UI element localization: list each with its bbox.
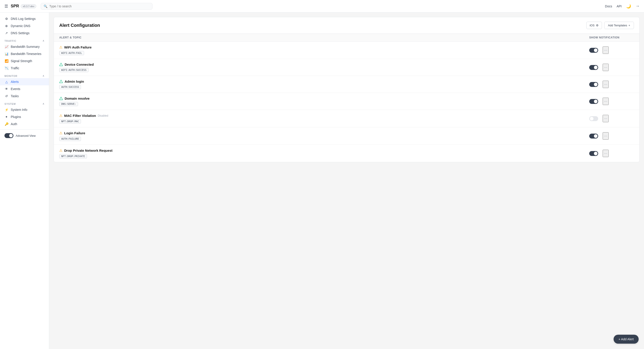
alert-more-button[interactable]: ··· — [603, 64, 609, 71]
alert-toggle-wifi-auth-failure[interactable] — [589, 48, 598, 53]
alert-toggle-device-connected[interactable] — [589, 65, 598, 70]
alert-name: Admin login — [64, 79, 84, 83]
sidebar-section-system: SYSTEM ∧ — [0, 100, 49, 106]
sidebar-section-monitor: MONITOR ∧ — [0, 72, 49, 78]
dns-log-settings-icon: ⚙ — [4, 17, 8, 20]
alert-title-row: ⚠ Login Failure — [59, 131, 589, 135]
col-alert-header: Alert & Topic — [59, 36, 589, 39]
alert-info: ⚠ MAC Filter Violation Disabled NFT:DROP… — [59, 113, 589, 124]
sidebar: ⚙ DNS Log Settings ⊕ Dynamic DNS ↗ DNS S… — [0, 12, 49, 349]
sidebar-item-bandwidth-timeseries[interactable]: 📊 Bandwidth Timeseries — [0, 50, 49, 57]
alert-row: Admin login AUTH:SUCCESS ··· — [54, 76, 639, 93]
traffic-section-label: TRAFFIC — [4, 39, 16, 42]
alert-toggle-admin-login[interactable] — [589, 82, 598, 87]
success-icon — [59, 97, 63, 100]
success-icon — [59, 80, 63, 83]
alert-name: WiFi Auth Failure — [64, 45, 92, 49]
app-body: ⚙ DNS Log Settings ⊕ Dynamic DNS ↗ DNS S… — [0, 12, 644, 349]
alert-toggle-mac-filter-violation[interactable] — [589, 116, 598, 121]
alert-config-panel: Alert Configuration iOS ⚙ Add Templates … — [54, 17, 640, 162]
warning-icon: ⚠ — [59, 113, 62, 118]
app-logo: SPR — [11, 4, 19, 8]
hamburger-menu[interactable]: ☰ — [4, 4, 8, 9]
docs-link[interactable]: Docs — [605, 4, 612, 8]
add-alert-button[interactable]: + Add Alert — [614, 335, 639, 344]
sidebar-item-traffic[interactable]: 📉 Traffic — [0, 64, 49, 72]
sidebar-item-system-info[interactable]: ⚡ System Info — [0, 106, 49, 113]
alert-more-button[interactable]: ··· — [603, 98, 609, 105]
alerts-list: ⚠ WiFi Auth Failure WIFI:AUTH:FAIL ··· D… — [54, 41, 639, 162]
sidebar-label-system-info: System Info — [11, 108, 27, 111]
add-templates-button[interactable]: Add Templates + — [604, 22, 634, 29]
sidebar-label-dynamic-dns: Dynamic DNS — [11, 24, 30, 28]
search-input[interactable] — [49, 4, 150, 8]
warning-icon: ⚠ — [59, 131, 62, 135]
top-navigation: ☰ SPR v0.3.7-dev 🔍 Docs API 🌙 → — [0, 0, 644, 12]
alert-toggle-drop-private-network[interactable] — [589, 151, 598, 156]
alert-controls: ··· — [589, 115, 634, 122]
sidebar-label-signal-strength: Signal Strength — [11, 59, 32, 63]
sidebar-item-signal-strength[interactable]: 📶 Signal Strength — [0, 57, 49, 64]
alert-more-button[interactable]: ··· — [603, 115, 609, 122]
monitor-collapse-icon[interactable]: ∧ — [42, 74, 44, 77]
sidebar-label-bandwidth-timeseries: Bandwidth Timeseries — [11, 52, 41, 56]
monitor-section-label: MONITOR — [4, 75, 18, 77]
sidebar-label-alerts: Alerts — [11, 80, 19, 83]
advanced-view-label: Advanced View — [16, 134, 36, 137]
add-alert-label: + Add Alert — [618, 337, 634, 341]
alert-info: Device Connected WIFI:AUTH:SUCCESS — [59, 62, 589, 72]
sidebar-label-auth: Auth — [11, 122, 17, 126]
sidebar-label-plugins: Plugins — [11, 115, 21, 119]
alert-title-row: ⚠ MAC Filter Violation Disabled — [59, 113, 589, 118]
sidebar-item-auth[interactable]: 🔑 Auth — [0, 120, 49, 128]
alert-title-row: ⚠ WiFi Auth Failure — [59, 45, 589, 49]
alert-tag: WIFI:AUTH:SUCCESS — [59, 68, 88, 72]
success-icon — [59, 63, 63, 66]
search-icon: 🔍 — [44, 4, 48, 8]
alert-more-button[interactable]: ··· — [603, 81, 609, 88]
alert-more-button[interactable]: ··· — [603, 150, 609, 157]
dns-settings-icon: ↗ — [4, 31, 8, 35]
logout-icon[interactable]: → — [636, 4, 640, 8]
ios-button-label: iOS — [590, 24, 594, 27]
sidebar-item-dns-log-settings[interactable]: ⚙ DNS Log Settings — [0, 15, 49, 22]
sidebar-divider — [0, 129, 49, 130]
plugins-icon: ✦ — [4, 115, 8, 119]
sidebar-section-traffic: TRAFFIC ∧ — [0, 37, 49, 43]
search-bar: 🔍 — [41, 3, 152, 9]
sidebar-item-tasks[interactable]: ↺ Tasks — [0, 92, 49, 100]
traffic-icon: 📉 — [4, 66, 8, 70]
sidebar-label-dns-log-settings: DNS Log Settings — [11, 17, 36, 20]
alert-toggle-login-failure[interactable] — [589, 134, 598, 139]
sidebar-item-bandwidth-summary[interactable]: 📈 Bandwidth Summary — [0, 43, 49, 50]
dark-mode-icon[interactable]: 🌙 — [626, 4, 631, 9]
system-section-label: SYSTEM — [4, 103, 16, 105]
nav-right: Docs API 🌙 → — [605, 4, 640, 9]
api-link[interactable]: API — [616, 4, 622, 8]
alert-toggle-domain-resolve[interactable] — [589, 99, 598, 104]
alert-more-button[interactable]: ··· — [603, 132, 609, 140]
alert-tag: WIFI:AUTH:FAIL — [59, 51, 84, 55]
alert-title-row: Admin login — [59, 79, 589, 83]
panel-title: Alert Configuration — [59, 23, 100, 28]
sidebar-item-dns-settings[interactable]: ↗ DNS Settings — [0, 29, 49, 37]
system-collapse-icon[interactable]: ∧ — [42, 102, 44, 105]
alerts-icon: △ — [4, 80, 8, 83]
alert-name: Login Failure — [64, 131, 85, 135]
add-templates-plus-icon: + — [628, 24, 630, 27]
traffic-collapse-icon[interactable]: ∧ — [42, 39, 44, 42]
alert-more-button[interactable]: ··· — [603, 46, 609, 54]
dynamic-dns-icon: ⊕ — [4, 24, 8, 28]
sidebar-item-plugins[interactable]: ✦ Plugins — [0, 113, 49, 120]
alert-name: Device Connected — [64, 62, 94, 66]
sidebar-item-dynamic-dns[interactable]: ⊕ Dynamic DNS — [0, 22, 49, 29]
sidebar-label-dns-settings: DNS Settings — [11, 31, 30, 35]
ios-button[interactable]: iOS ⚙ — [586, 22, 602, 29]
sidebar-item-events[interactable]: 👁 Events — [0, 85, 49, 92]
alert-tag: NFT:DROP:MAC — [59, 119, 81, 124]
advanced-view-row: Advanced View — [0, 131, 49, 140]
sidebar-item-alerts[interactable]: △ Alerts — [0, 78, 49, 85]
advanced-view-toggle[interactable] — [4, 133, 14, 138]
panel-header-actions: iOS ⚙ Add Templates + — [586, 22, 634, 29]
alert-controls: ··· — [589, 132, 634, 140]
